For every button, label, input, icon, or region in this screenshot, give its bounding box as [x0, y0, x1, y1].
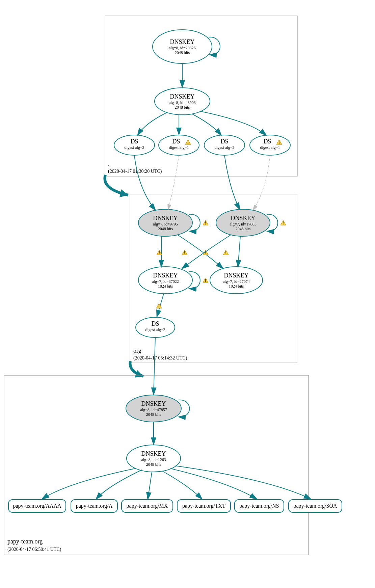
edge-domzsk-aaaa	[42, 469, 135, 499]
node-root-ksk-line2: 2048 bits	[175, 50, 190, 55]
node-ds3-title: DS	[220, 138, 228, 145]
node-org-ksk2-title: DNSKEY	[231, 215, 255, 221]
edge-orgksk2-orgzsk2	[238, 236, 240, 267]
node-org-zsk2-line2: 1024 bits	[229, 284, 244, 289]
svg-text:!: !	[205, 221, 206, 225]
edge-domzsk-mx	[148, 472, 152, 499]
edge-zone-root-to-org	[105, 175, 128, 195]
node-org-ksk1-line1: alg=7, id=9795	[153, 222, 178, 226]
svg-text:!: !	[225, 250, 226, 255]
node-ds4: DS digest alg=1 !	[250, 135, 290, 155]
edge-rootzsk-ds3	[192, 114, 221, 135]
node-org-ksk1: DNSKEY alg=7, id=9795 2048 bits	[138, 209, 192, 236]
edge-ds2-orgksk1	[168, 155, 179, 209]
node-ds3: DS digest alg=2	[204, 135, 245, 155]
zone-org-label: org	[133, 347, 141, 354]
dnssec-diagram: . (2020-04-17 01:30:20 UTC) DNSKEY alg=8…	[0, 0, 375, 588]
warning-icon: !	[182, 250, 187, 255]
rrset-soa: papy-team.org/SOA	[289, 500, 342, 512]
node-dom-zsk-line2: 2048 bits	[146, 462, 161, 467]
node-ds4-line1: digest alg=1	[260, 145, 280, 150]
node-org-ksk1-line2: 2048 bits	[158, 226, 173, 231]
node-root-ksk-line1: alg=8, id=20326	[169, 46, 196, 50]
warning-icon: !	[280, 220, 286, 225]
node-dom-ksk-line1: alg=8, id=47857	[140, 407, 167, 412]
node-ds2-line1: digest alg=1	[169, 145, 189, 150]
rrset-a: papy-team.org/A	[71, 500, 117, 512]
node-root-ksk: DNSKEY alg=8, id=20326 2048 bits	[153, 30, 212, 63]
node-org-zsk2-line1: alg=7, id=27074	[223, 279, 250, 284]
edge-orgds-domksk	[154, 338, 155, 394]
node-ds4-title: DS	[263, 138, 271, 145]
svg-text:!: !	[158, 304, 160, 309]
edge-zone-org-to-domain	[130, 361, 143, 376]
node-org-zsk1-line1: alg=7, id=37022	[152, 279, 179, 284]
zone-root-label: .	[108, 161, 110, 167]
node-dom-zsk-title: DNSKEY	[141, 450, 166, 457]
node-dom-ksk-line2: 2048 bits	[146, 412, 161, 417]
rrset-txt: papy-team.org/TXT	[177, 500, 231, 512]
node-dom-ksk-title: DNSKEY	[141, 400, 166, 407]
node-org-ksk2: DNSKEY alg=7, id=17883 2048 bits	[216, 209, 270, 236]
node-org-zsk1: DNSKEY alg=7, id=37022 1024 bits	[138, 267, 192, 294]
edge-ds3-orgksk2	[224, 155, 240, 209]
rrset-txt-label: papy-team.org/TXT	[182, 503, 225, 509]
node-ds3-line1: digest alg=2	[214, 145, 234, 150]
edge-rootzsk-ds4	[201, 111, 266, 135]
node-root-zsk-line1: alg=8, id=48903	[169, 100, 196, 105]
node-org-zsk1-line2: 1024 bits	[158, 284, 173, 289]
rrset-mx: papy-team.org/MX	[122, 500, 173, 512]
node-root-zsk-line2: 2048 bits	[175, 105, 190, 110]
rrset-a-label: papy-team.org/A	[76, 503, 113, 509]
edge-ds1-orgksk1	[134, 155, 155, 210]
rrset-aaaa: papy-team.org/AAAA	[8, 500, 66, 512]
node-dom-zsk-line1: alg=8, id=1263	[141, 457, 166, 462]
edge-domzsk-soa	[176, 466, 311, 499]
rrset-mx-label: papy-team.org/MX	[127, 503, 168, 509]
node-org-ksk2-line2: 2048 bits	[236, 226, 251, 231]
zone-org-timestamp: (2020-04-17 05:14:32 UTC)	[133, 355, 187, 361]
warning-icon: !	[203, 278, 208, 283]
zone-domain-timestamp: (2020-04-17 06:50:41 UTC)	[7, 547, 61, 552]
rrset-ns-label: papy-team.org/NS	[239, 503, 279, 509]
svg-text:!: !	[283, 221, 284, 225]
node-dom-zsk: DNSKEY alg=8, id=1263 2048 bits	[127, 445, 181, 472]
rrset-soa-label: papy-team.org/SOA	[293, 503, 337, 509]
edge-orgksk2-orgzsk1	[182, 235, 231, 268]
node-ds1: DS digest alg=2	[114, 135, 155, 155]
node-ds1-title: DS	[130, 138, 138, 145]
edge-ds4-orgksk2	[253, 155, 270, 210]
node-org-ds: DS digest alg=2	[136, 317, 175, 338]
node-org-zsk1-title: DNSKEY	[153, 272, 178, 279]
node-root-zsk-title: DNSKEY	[170, 93, 194, 100]
node-org-ksk1-title: DNSKEY	[153, 215, 178, 221]
zone-domain-label: papy-team.org	[7, 538, 43, 545]
node-org-ds-line1: digest alg=2	[145, 327, 165, 332]
node-root-zsk: DNSKEY alg=8, id=48903 2048 bits	[155, 88, 210, 115]
node-ds2: DS digest alg=1 !	[159, 135, 199, 155]
node-ds2-title: DS	[172, 138, 180, 145]
warning-icon: !	[203, 220, 208, 225]
svg-text:!: !	[159, 250, 160, 255]
svg-text:!: !	[278, 140, 280, 145]
svg-text:!: !	[187, 140, 189, 145]
svg-text:!: !	[184, 250, 185, 255]
node-org-ds-title: DS	[151, 320, 159, 327]
node-dom-ksk: DNSKEY alg=8, id=47857 2048 bits	[126, 395, 181, 422]
node-org-ksk2-line1: alg=7, id=17883	[230, 222, 257, 226]
rrset-aaaa-label: papy-team.org/AAAA	[13, 503, 61, 509]
edge-domzsk-a	[96, 470, 142, 499]
node-root-ksk-title: DNSKEY	[170, 38, 194, 45]
zone-root-timestamp: (2020-04-17 01:30:20 UTC)	[108, 169, 162, 174]
node-ds1-line1: digest alg=2	[124, 145, 144, 150]
rrset-ns: papy-team.org/NS	[235, 500, 284, 512]
svg-text:!: !	[205, 278, 206, 283]
edge-rootzsk-ds1	[138, 112, 167, 135]
warning-icon: !	[223, 250, 229, 255]
node-org-zsk2: DNSKEY alg=7, id=27074 1024 bits	[210, 267, 263, 294]
node-org-zsk2-title: DNSKEY	[224, 272, 248, 279]
